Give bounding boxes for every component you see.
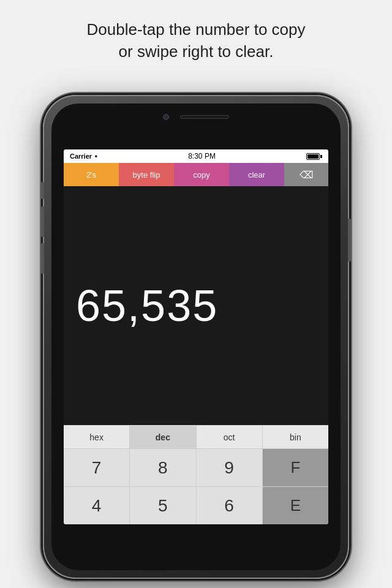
key-4[interactable]: 4 <box>64 487 130 524</box>
key-5[interactable]: 5 <box>130 487 196 524</box>
key-E[interactable]: E <box>263 487 328 524</box>
battery-icon <box>306 153 322 160</box>
copy-button[interactable]: copy <box>174 163 229 186</box>
key-8[interactable]: 8 <box>130 449 196 486</box>
toolbar: 2's byte flip copy clear ⌫ <box>64 163 328 186</box>
byte-flip-button[interactable]: byte flip <box>119 163 174 186</box>
base-dec-button[interactable]: dec <box>130 426 196 448</box>
screen: Carrier ⁌ 8:30 PM 2's byte flip c <box>64 149 328 524</box>
clear-button[interactable]: clear <box>229 163 284 186</box>
side-button-power <box>348 219 351 262</box>
speaker-grill <box>180 115 229 119</box>
phone-shell: Carrier ⁌ 8:30 PM 2's byte flip c <box>43 95 349 579</box>
key-7[interactable]: 7 <box>64 449 130 486</box>
key-6[interactable]: 6 <box>197 487 263 524</box>
wifi-icon: ⁌ <box>94 153 97 160</box>
camera-dot <box>163 114 169 120</box>
base-oct-button[interactable]: oct <box>197 426 263 448</box>
status-left: Carrier ⁌ <box>70 153 97 160</box>
side-button-vol-down <box>41 243 44 274</box>
status-time: 8:30 PM <box>188 152 216 160</box>
phone-inner: Carrier ⁌ 8:30 PM 2's byte flip c <box>51 104 341 570</box>
twos-complement-button[interactable]: 2's <box>64 163 119 186</box>
status-right <box>306 153 322 160</box>
carrier-label: Carrier <box>70 153 92 160</box>
status-bar: Carrier ⁌ 8:30 PM <box>64 149 328 163</box>
key-F[interactable]: F <box>263 449 328 486</box>
keypad-row-2: 4 5 6 E <box>64 486 328 524</box>
base-bin-button[interactable]: bin <box>263 426 328 448</box>
phone-top-bar <box>135 115 257 119</box>
side-button-mute <box>41 182 44 199</box>
side-button-vol-up <box>41 206 44 237</box>
keypad-row-1: 7 8 9 F <box>64 448 328 486</box>
key-9[interactable]: 9 <box>197 449 263 486</box>
display-area[interactable]: 65,535 <box>64 186 328 425</box>
instruction-line1: Double-tap the number to copy <box>87 20 306 39</box>
instruction-line2: or swipe right to clear. <box>119 42 274 61</box>
base-hex-button[interactable]: hex <box>64 426 130 448</box>
delete-button[interactable]: ⌫ <box>284 163 328 186</box>
instruction-text: Double-tap the number to copy or swipe r… <box>0 0 392 75</box>
display-number[interactable]: 65,535 <box>76 281 218 331</box>
keypad: 7 8 9 F 4 5 6 E <box>64 448 328 524</box>
base-selector: hex dec oct bin <box>64 425 328 448</box>
